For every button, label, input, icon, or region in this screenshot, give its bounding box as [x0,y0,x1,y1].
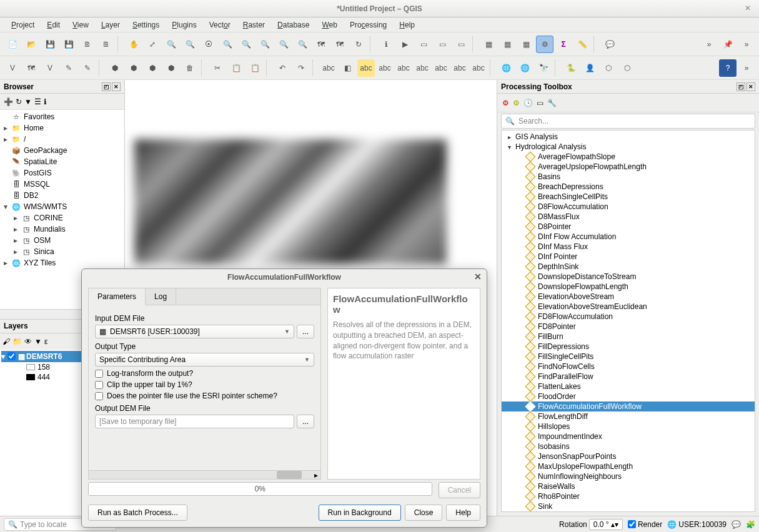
paste-icon[interactable]: 📋 [246,59,264,77]
label2-icon[interactable]: ◧ [339,59,356,77]
identify-icon[interactable]: ℹ [377,36,395,53]
form-scrollbar[interactable]: ▸ [89,470,320,479]
expand-icon[interactable]: ▸ [2,259,9,267]
menu-raster[interactable]: Raster [238,19,270,31]
toolbox-algorithm[interactable]: ImpoundmentIndex [502,431,755,441]
browser-item[interactable]: 📦 GeoPackage [2,145,122,156]
esri-scheme-checkbox-row[interactable]: Does the pointer file use the ESRI point… [95,392,314,400]
history-icon[interactable]: 🕓 [523,99,533,107]
menu-database[interactable]: Database [272,19,314,31]
pin-icon[interactable]: 📌 [719,36,737,53]
tab-parameters[interactable]: Parameters [89,288,146,305]
action-icon[interactable]: ▶ [396,36,414,53]
toolbox-detach-icon[interactable]: ◰ [737,82,745,91]
open-project-icon[interactable]: 📂 [22,36,40,53]
add-group-icon[interactable]: 📁 [12,337,22,346]
toolbox-algorithm[interactable]: FD8Pointer [502,322,755,332]
panel-detach-icon[interactable]: ◰ [102,82,111,91]
browser-item[interactable]: ▸ 📁 Home [2,122,122,134]
zoom-native-icon[interactable]: ⦿ [200,36,217,53]
layer-visibility-checkbox[interactable] [7,352,16,360]
toolbox-algorithm[interactable]: Hillslopes [502,421,755,431]
add-vector-icon[interactable]: V [4,59,21,77]
zoom-next-icon[interactable]: 🔍 [294,36,311,53]
menu-plugins[interactable]: Plugins [167,19,201,31]
toolbox-algorithm[interactable]: ElevationAboveStreamEuclidean [502,302,755,312]
rotation-spinner[interactable]: 0.0 ° ▴▾ [589,519,623,530]
toolbox-algorithm[interactable]: Isobasins [502,441,755,451]
expand-icon[interactable]: ▸ [2,135,9,144]
measure-icon[interactable]: 📏 [573,36,591,53]
toolbox-algorithm[interactable]: D8Pointer [502,222,755,232]
toolbox-algorithm[interactable]: FlowAccumulationFullWorkflow [502,401,755,411]
render-checkbox-field[interactable]: Render [628,520,662,529]
sum-icon[interactable]: Σ [555,36,572,53]
deselect-icon[interactable]: ▭ [452,36,470,53]
menu-vector[interactable]: Vector [204,19,236,31]
toolbox-tree[interactable]: ▸GIS Analysis▾Hydrological AnalysisAvera… [501,130,755,512]
python-icon[interactable]: 🐍 [562,59,580,77]
browser-item[interactable]: 🪶 SpatiaLite [2,156,122,167]
label-icon[interactable]: abc [320,59,337,77]
toolbox-algorithm[interactable]: Basins [502,172,755,182]
delete-icon[interactable]: 🗑 [181,59,199,77]
expand-icon[interactable]: ▾ [2,202,9,211]
menu-edit[interactable]: Edit [42,19,65,31]
model-icon[interactable]: ⚙ [502,99,509,107]
toolbox-algorithm[interactable]: Rho8Pointer [502,491,755,501]
toolbox-algorithm[interactable]: DInf Flow Accumulation [502,232,755,242]
close-button[interactable]: Close [405,505,443,521]
output-browse-button[interactable]: ... [297,415,314,428]
globe-icon[interactable]: 🌐 [497,59,515,77]
undo-icon[interactable]: ↶ [274,59,291,77]
save-project-icon[interactable]: 💾 [41,36,59,53]
props-icon[interactable]: ℹ [44,97,47,106]
plugin-icon[interactable]: ⬡ [600,59,617,77]
map-tips-icon[interactable]: 💬 [601,36,618,53]
filter-legend-icon[interactable]: ▼ [34,337,42,346]
redo-icon[interactable]: ↷ [292,59,310,77]
select-form-icon[interactable]: ▭ [434,36,451,53]
edit-icon[interactable]: ✎ [60,59,77,77]
label3-icon[interactable]: abc [357,59,375,77]
toolbox-search-input[interactable]: 🔍 Search... [501,114,755,129]
run-background-button[interactable]: Run in Background [319,505,401,521]
toolbox-algorithm[interactable]: AverageFlowpathSlope [502,152,755,162]
crs-button[interactable]: 🌐 USER:100039 [667,520,727,529]
open-table-icon[interactable]: ▦ [480,36,497,53]
close-icon[interactable]: ✕ [745,4,754,13]
new-project-icon[interactable]: 📄 [4,36,21,53]
expand-icon[interactable]: ▸ [12,236,19,245]
plugin2-icon[interactable]: ⬡ [618,59,636,77]
overflow3-icon[interactable]: » [738,59,755,77]
script-icon[interactable]: ⚙ [513,99,520,107]
esri-scheme-checkbox[interactable] [95,392,103,400]
menu-project[interactable]: Project [6,19,39,31]
browser-item[interactable]: ▸ 🌐 XYZ Tiles [2,257,122,268]
help-button[interactable]: Help [446,505,480,521]
label8-icon[interactable]: abc [451,59,469,77]
browse-button[interactable]: ... [297,325,314,338]
toolbox-algorithm[interactable]: D8FlowAccumulation [502,202,755,212]
input-dem-select[interactable]: ▦ DEMSRT6 [USER:100039] ▼ [95,325,294,338]
zoom-layer-icon[interactable]: 🔍 [256,36,274,53]
expand-icon[interactable]: ▸ [12,214,19,222]
browser-item[interactable]: ▸ ◳ Sinica [2,246,122,257]
toolbox-close-icon[interactable]: ✕ [747,82,755,91]
toolbox-algorithm[interactable]: FindNoFlowCells [502,362,755,372]
toolbox-algorithm[interactable]: DownslopeDistanceToStream [502,272,755,282]
toolbox-algorithm[interactable]: DInf Mass Flux [502,242,755,252]
stats-icon[interactable]: ▦ [517,36,535,53]
save-as-icon[interactable]: 💾 [60,36,77,53]
zoom-selection-icon[interactable]: 🔍 [237,36,255,53]
browser-item[interactable]: ▸ ◳ OSM [2,235,122,246]
pan-selection-icon[interactable]: ⤢ [144,36,161,53]
add-feature2-icon[interactable]: ⬢ [125,59,142,77]
binoculars-icon[interactable]: 🔭 [535,59,552,77]
output-dem-input[interactable]: [Save to temporary file] [95,415,294,428]
clip-tail-checkbox-row[interactable]: Clip the upper tail by 1%? [95,380,314,389]
clip-tail-checkbox[interactable] [95,381,103,389]
expand-icon[interactable]: ▸ [2,124,9,132]
output-type-select[interactable]: Specific Contributing Area ▼ [95,353,314,367]
new-map-icon[interactable]: 🗺 [312,36,330,53]
